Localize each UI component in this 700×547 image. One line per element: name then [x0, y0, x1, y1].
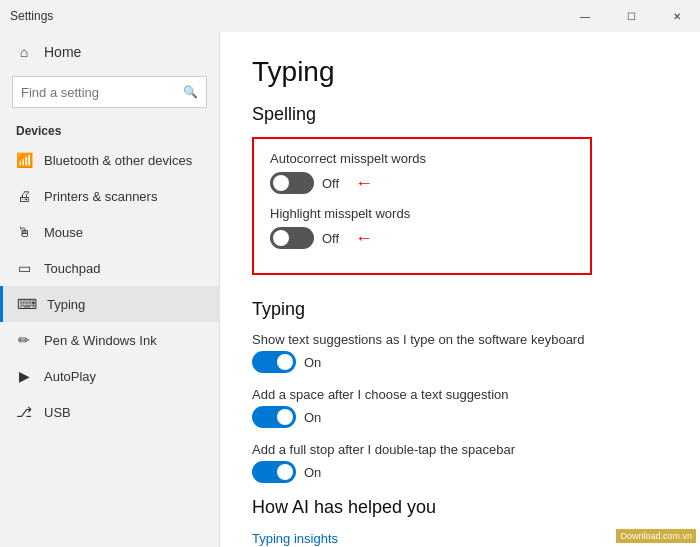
typing-knob-1	[277, 409, 293, 425]
settings-title-text: Settings	[10, 9, 53, 23]
sidebar-item-typing[interactable]: ⌨ Typing	[0, 286, 219, 322]
sidebar-item-label: Mouse	[44, 225, 83, 240]
close-button[interactable]: ✕	[654, 0, 700, 32]
sidebar: ⌂ Home 🔍 Devices 📶 Bluetooth & other dev…	[0, 32, 220, 547]
typing-label-0: Show text suggestions as I type on the s…	[252, 332, 668, 347]
sidebar-item-label: Touchpad	[44, 261, 100, 276]
usb-icon: ⎇	[16, 404, 32, 420]
typing-label-2: Add a full stop after I double-tap the s…	[252, 442, 668, 457]
typing-setting-2: Add a full stop after I double-tap the s…	[252, 442, 668, 483]
typing-insights-link[interactable]: Typing insights	[252, 531, 338, 546]
autocorrect-arrow: ←	[355, 173, 373, 194]
autocorrect-toggle[interactable]	[270, 172, 314, 194]
autocorrect-state: Off	[322, 176, 339, 191]
autoplay-icon: ▶	[16, 368, 32, 384]
typing-toggle-1[interactable]	[252, 406, 296, 428]
sidebar-item-mouse[interactable]: 🖱 Mouse	[0, 214, 219, 250]
content-area: Typing Spelling Autocorrect misspelt wor…	[220, 32, 700, 547]
typing-toggle-row-2: On	[252, 461, 668, 483]
typing-toggle-row-1: On	[252, 406, 668, 428]
highlight-label: Highlight misspelt words	[270, 206, 574, 221]
home-label: Home	[44, 44, 81, 60]
search-icon: 🔍	[183, 85, 198, 99]
typing-setting-1: Add a space after I choose a text sugges…	[252, 387, 668, 428]
title-bar: Settings — ☐ ✕	[0, 0, 700, 32]
highlight-toggle-row: Off ←	[270, 227, 574, 249]
sidebar-home-item[interactable]: ⌂ Home	[0, 32, 219, 72]
typing-knob-2	[277, 464, 293, 480]
typing-state-2: On	[304, 465, 321, 480]
pen-icon: ✏	[16, 332, 32, 348]
title-bar-left: Settings	[0, 9, 53, 23]
autocorrect-toggle-row: Off ←	[270, 172, 574, 194]
typing-toggle-0[interactable]	[252, 351, 296, 373]
autocorrect-toggle-knob	[273, 175, 289, 191]
sidebar-item-label: AutoPlay	[44, 369, 96, 384]
sidebar-item-printers[interactable]: 🖨 Printers & scanners	[0, 178, 219, 214]
ai-section-title: How AI has helped you	[252, 497, 668, 518]
search-input[interactable]	[21, 85, 183, 100]
sidebar-search-box[interactable]: 🔍	[12, 76, 207, 108]
sidebar-item-pen[interactable]: ✏ Pen & Windows Ink	[0, 322, 219, 358]
sidebar-item-usb[interactable]: ⎇ USB	[0, 394, 219, 430]
page-title: Typing	[252, 56, 668, 88]
title-bar-controls: — ☐ ✕	[562, 0, 700, 32]
typing-knob-0	[277, 354, 293, 370]
typing-toggle-row-0: On	[252, 351, 668, 373]
devices-section-title: Devices	[0, 116, 219, 142]
home-icon: ⌂	[16, 44, 32, 60]
bluetooth-icon: 📶	[16, 152, 32, 168]
sidebar-item-autoplay[interactable]: ▶ AutoPlay	[0, 358, 219, 394]
highlight-row: Highlight misspelt words Off ←	[270, 206, 574, 249]
highlight-toggle[interactable]	[270, 227, 314, 249]
autocorrect-row: Autocorrect misspelt words Off ←	[270, 151, 574, 194]
mouse-icon: 🖱	[16, 224, 32, 240]
highlight-arrow: ←	[355, 228, 373, 249]
touchpad-icon: ▭	[16, 260, 32, 276]
sidebar-item-bluetooth[interactable]: 📶 Bluetooth & other devices	[0, 142, 219, 178]
sidebar-item-label: USB	[44, 405, 71, 420]
sidebar-item-label: Bluetooth & other devices	[44, 153, 192, 168]
maximize-button[interactable]: ☐	[608, 0, 654, 32]
ai-section: How AI has helped you Typing insights	[252, 497, 668, 546]
sidebar-item-label: Pen & Windows Ink	[44, 333, 157, 348]
keyboard-icon: ⌨	[19, 296, 35, 312]
typing-section-title: Typing	[252, 299, 668, 320]
typing-toggle-2[interactable]	[252, 461, 296, 483]
minimize-button[interactable]: —	[562, 0, 608, 32]
typing-state-0: On	[304, 355, 321, 370]
typing-state-1: On	[304, 410, 321, 425]
sidebar-item-label: Printers & scanners	[44, 189, 157, 204]
highlight-state: Off	[322, 231, 339, 246]
sidebar-item-touchpad[interactable]: ▭ Touchpad	[0, 250, 219, 286]
app-body: ⌂ Home 🔍 Devices 📶 Bluetooth & other dev…	[0, 32, 700, 547]
printer-icon: 🖨	[16, 188, 32, 204]
watermark: Download.com.vn	[616, 529, 696, 543]
sidebar-item-label: Typing	[47, 297, 85, 312]
spelling-box: Autocorrect misspelt words Off ← Highlig…	[252, 137, 592, 275]
spelling-section-title: Spelling	[252, 104, 668, 125]
typing-setting-0: Show text suggestions as I type on the s…	[252, 332, 668, 373]
highlight-toggle-knob	[273, 230, 289, 246]
typing-label-1: Add a space after I choose a text sugges…	[252, 387, 668, 402]
autocorrect-label: Autocorrect misspelt words	[270, 151, 574, 166]
